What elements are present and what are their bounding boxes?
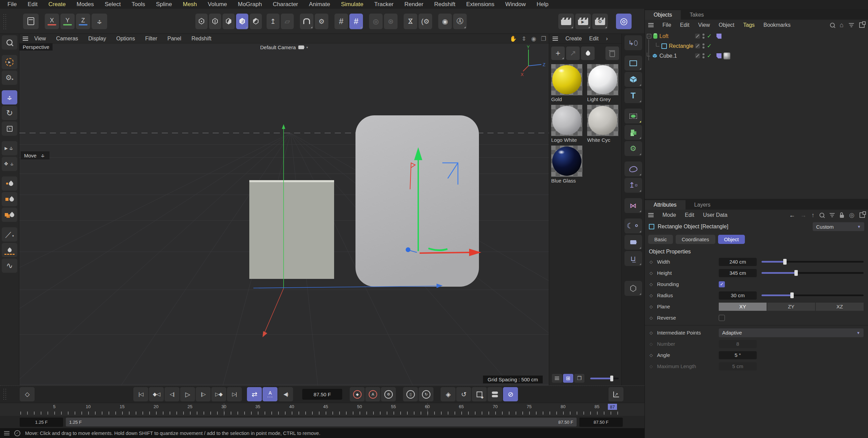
object-name[interactable]: Loft xyxy=(659,33,669,39)
material-item-logo-white[interactable]: Logo White xyxy=(551,105,584,143)
range-bar[interactable]: 1.25 F 87.50 F xyxy=(66,418,577,426)
filter-icon[interactable] xyxy=(829,213,835,217)
tab-objects[interactable]: Objects xyxy=(645,10,681,20)
attributes-menu-userdata[interactable]: User Data xyxy=(703,212,728,218)
points-mode-button[interactable] xyxy=(195,14,208,29)
height-slider[interactable] xyxy=(761,272,864,274)
symmetry-settings-button[interactable]: (⚙ xyxy=(419,14,432,29)
layer-toggle-icon[interactable] xyxy=(695,34,700,39)
line-cut-button[interactable] xyxy=(2,243,17,257)
playhead[interactable]: 87 xyxy=(608,404,617,410)
tab-object[interactable]: Object xyxy=(718,235,745,244)
search-commander-button[interactable] xyxy=(2,35,17,50)
plane-zy-button[interactable]: ZY xyxy=(767,303,815,311)
timeline-grip[interactable] xyxy=(3,388,7,400)
objects-menu-view[interactable]: View xyxy=(698,22,710,28)
rotate-tool-button[interactable]: ↻ xyxy=(2,106,17,120)
forward-icon[interactable]: → xyxy=(800,212,806,219)
layer-view-button[interactable]: ❐ xyxy=(574,374,584,383)
sound-button[interactable]: ◀) xyxy=(278,387,293,401)
tab-attributes[interactable]: Attributes xyxy=(645,200,686,210)
tree-row-rectangle[interactable]: Rectangle ✓ xyxy=(645,41,868,51)
toolbar-grip[interactable] xyxy=(3,14,7,29)
viewport-hamburger-icon[interactable] xyxy=(23,38,28,39)
object-name[interactable]: Rectangle xyxy=(669,43,693,49)
object-name[interactable]: Cube.1 xyxy=(659,53,677,59)
tab-coordinates[interactable]: Coordinates xyxy=(676,235,715,244)
menu-character[interactable]: Character xyxy=(267,1,304,8)
maximize-icon[interactable]: ❐ xyxy=(541,35,546,42)
move-tool-button[interactable] xyxy=(2,90,17,104)
menu-file[interactable]: File xyxy=(2,1,22,8)
stage-objects-button[interactable]: ⊔̲ xyxy=(624,251,642,266)
key-rotation-button[interactable]: ↺ xyxy=(456,387,471,401)
view-label[interactable]: Perspective xyxy=(19,43,53,51)
key-diamond-icon[interactable]: ◇ xyxy=(650,316,657,320)
tab-takes[interactable]: Takes xyxy=(681,10,713,20)
quantize-button[interactable]: # xyxy=(334,14,348,29)
material-menu-more[interactable]: › xyxy=(606,36,608,42)
enabled-check-icon[interactable]: ✓ xyxy=(707,33,712,40)
width-field[interactable]: 240 cm xyxy=(719,258,757,266)
render-settings-button[interactable] xyxy=(592,14,608,29)
material-edit-button[interactable] xyxy=(624,281,642,296)
status-hamburger-icon[interactable] xyxy=(4,433,9,434)
polygon-pen-button[interactable] xyxy=(2,208,17,222)
rounding-checkbox[interactable]: ✓ xyxy=(719,281,725,287)
menu-mograph[interactable]: MoGraph xyxy=(232,1,267,8)
menu-animate[interactable]: Animate xyxy=(304,1,335,8)
fields-button[interactable] xyxy=(624,161,642,176)
lock-icon[interactable] xyxy=(840,215,844,218)
spline-pen-objects-button[interactable]: ↳⬯ xyxy=(624,35,642,50)
intermediate-points-dropdown[interactable]: Adaptive ▼ xyxy=(719,328,864,337)
cube-object[interactable] xyxy=(249,180,334,279)
quantize-lock-button[interactable]: # xyxy=(349,14,363,29)
height-field[interactable]: 345 cm xyxy=(719,269,757,277)
undo-frame-button[interactable] xyxy=(23,14,39,29)
mesh-primitives-button[interactable] xyxy=(624,72,642,87)
menu-tracker[interactable]: Tracker xyxy=(369,1,399,8)
viewport-menu-filter[interactable]: Filter xyxy=(145,36,157,42)
menu-volume[interactable]: Volume xyxy=(202,1,233,8)
next-frame-button[interactable]: |▷ xyxy=(196,387,211,401)
texture-mode-button[interactable] xyxy=(250,14,262,29)
material-tag-icon[interactable] xyxy=(724,53,730,59)
material-menu-edit[interactable]: Edit xyxy=(589,36,599,42)
symmetry-objects-button[interactable]: ⋈ xyxy=(624,198,642,213)
text-objects-button[interactable]: T xyxy=(624,88,642,103)
back-icon[interactable]: ← xyxy=(789,212,795,219)
pan-icon[interactable]: ✋ xyxy=(509,35,517,42)
menu-window[interactable]: Window xyxy=(500,1,531,8)
plane-xy-button[interactable]: XY xyxy=(719,303,767,311)
tool-settings-button[interactable]: ⚙▸ xyxy=(2,71,17,85)
tree-row-cube[interactable]: Cube.1 ✓ xyxy=(645,51,868,61)
attributes-menu-mode[interactable]: Mode xyxy=(662,212,676,218)
objects-hamburger-icon[interactable] xyxy=(648,25,654,25)
collapse-icon[interactable]: − xyxy=(647,34,651,38)
current-frame-field[interactable]: 87.50 F xyxy=(302,389,342,400)
generators-button[interactable] xyxy=(624,109,642,123)
camera-objects-button[interactable] xyxy=(624,235,642,250)
record-key-button[interactable]: ◆ xyxy=(350,387,365,401)
search-icon[interactable] xyxy=(830,23,835,27)
live-selection-button[interactable] xyxy=(2,55,17,69)
target-mode-button[interactable]: ◉ xyxy=(438,14,452,29)
camera-label[interactable]: Default Camera ▾ xyxy=(257,44,311,51)
edges-mode-button[interactable] xyxy=(209,14,221,29)
viewport-menu-redshift[interactable]: Redshift xyxy=(191,36,211,42)
menu-simulate[interactable]: Simulate xyxy=(335,1,369,8)
reverse-checkbox[interactable] xyxy=(719,315,725,321)
attributes-hamburger-icon[interactable] xyxy=(648,215,654,215)
menu-edit[interactable]: Edit xyxy=(22,1,43,8)
key-pla-button[interactable]: ⊘ xyxy=(503,387,518,401)
enabled-check-icon[interactable]: ✓ xyxy=(707,42,712,50)
delete-material-button[interactable] xyxy=(605,46,619,60)
key-marker-button[interactable]: ◇ xyxy=(20,387,35,401)
previous-frame-button[interactable]: ◁| xyxy=(165,387,179,401)
tab-layers[interactable]: Layers xyxy=(686,200,719,210)
eyedropper-button[interactable] xyxy=(581,46,595,60)
z-lock-button[interactable]: Z xyxy=(76,14,90,29)
material-hamburger-icon[interactable] xyxy=(553,38,558,39)
key-diamond-icon[interactable]: ◇ xyxy=(650,304,657,309)
menu-spline[interactable]: Spline xyxy=(151,1,177,8)
